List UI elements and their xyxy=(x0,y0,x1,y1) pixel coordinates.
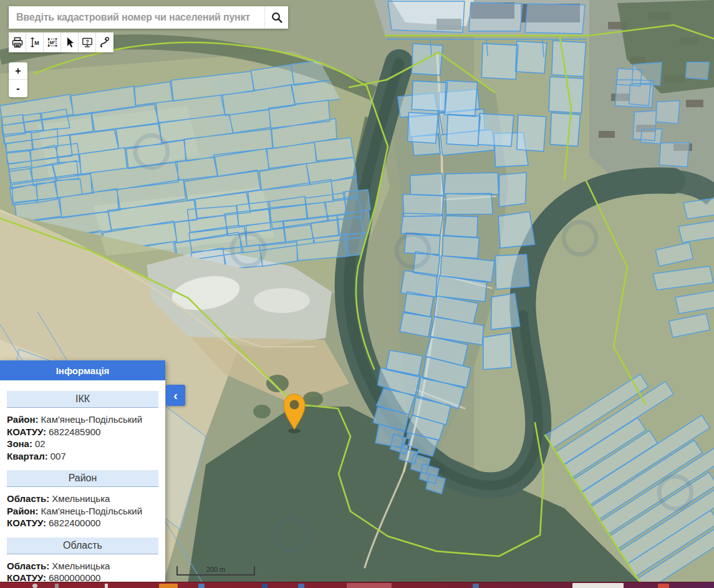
field-row: Район:Кам'янець-Подільський xyxy=(7,413,158,426)
taskbar-app-icon[interactable] xyxy=(105,584,108,588)
field-value: Кам'янець-Подільський xyxy=(41,414,143,425)
taskbar-app-icon[interactable] xyxy=(572,583,624,588)
field-row: Область:Хмельницька xyxy=(7,560,158,572)
field-value: 6800000000 xyxy=(49,572,100,582)
field-label: Область: xyxy=(7,493,49,504)
print-button[interactable] xyxy=(9,32,26,52)
field-row: КОАТУУ:6822485900 xyxy=(7,426,158,438)
taskbar-app-icon[interactable] xyxy=(658,584,669,588)
taskbar-app-icon[interactable] xyxy=(473,584,479,588)
route-icon xyxy=(99,36,111,49)
field-value: 02 xyxy=(35,438,46,449)
field-label: Область: xyxy=(7,561,49,571)
measure-length-button[interactable]: M xyxy=(26,32,44,52)
measure-area-icon: M² xyxy=(46,36,59,49)
info-panel-title: Інформація xyxy=(0,360,165,380)
field-value: Хмельницька xyxy=(52,493,110,504)
section-fields-ikk: Район:Кам'янець-Подільський КОАТУУ:68224… xyxy=(0,408,165,470)
section-fields-raion: Область:Хмельницька Район:Кам'янець-Поді… xyxy=(0,487,165,537)
svg-text:?: ? xyxy=(85,39,89,45)
help-icon: ? xyxy=(81,36,94,49)
section-header-oblast: Область xyxy=(7,537,158,554)
field-row: Зона:02 xyxy=(7,438,158,450)
zoom-in-button[interactable]: + xyxy=(9,62,27,80)
field-label: Квартал: xyxy=(7,451,48,461)
taskbar-app-icon[interactable] xyxy=(262,584,268,588)
printer-icon xyxy=(11,36,24,49)
field-value: 007 xyxy=(51,451,66,461)
search-button[interactable] xyxy=(264,6,288,29)
field-row: КОАТУУ:6822400000 xyxy=(7,517,158,529)
scale-bar: 200 m xyxy=(176,566,255,576)
field-label: Зона: xyxy=(7,438,32,449)
cursor-tool-button[interactable] xyxy=(61,32,79,52)
search-icon xyxy=(271,11,283,24)
field-row: Область:Хмельницька xyxy=(7,493,158,505)
measure-area-button[interactable]: M² xyxy=(44,32,61,52)
taskbar-app-icon[interactable] xyxy=(55,584,59,588)
field-row: Район:Кам'янець-Подільський xyxy=(7,505,158,518)
section-header-raion: Район xyxy=(7,470,158,487)
field-value: Хмельницька xyxy=(52,561,110,571)
section-header-ikk: ІКК xyxy=(7,391,158,408)
chevron-left-icon: ‹ xyxy=(173,388,178,402)
search-bar xyxy=(9,6,288,29)
scale-label: 200 m xyxy=(206,566,226,573)
taskbar-app-icon[interactable] xyxy=(198,584,205,588)
taskbar-app-icon[interactable] xyxy=(159,584,178,588)
field-label: Район: xyxy=(7,414,39,425)
taskbar-app-icon[interactable] xyxy=(32,584,37,588)
route-button[interactable] xyxy=(96,32,113,52)
map-toolbar: M M² ? xyxy=(9,32,113,52)
info-panel: Інформація ІКК Район:Кам'янець-Подільськ… xyxy=(0,360,165,582)
svg-text:M²: M² xyxy=(49,40,55,46)
cadastral-map-app: M M² ? + - Інформація ІК xyxy=(0,0,714,588)
taskbar-app-icon[interactable] xyxy=(298,584,304,588)
taskbar[interactable] xyxy=(0,582,714,588)
search-input[interactable] xyxy=(9,6,264,29)
help-button[interactable]: ? xyxy=(79,32,96,52)
field-label: КОАТУУ: xyxy=(7,427,46,437)
field-row: КОАТУУ:6800000000 xyxy=(7,572,158,582)
field-label: КОАТУУ: xyxy=(7,572,46,582)
svg-text:M: M xyxy=(34,40,39,46)
zoom-out-button[interactable]: - xyxy=(9,80,27,97)
cursor-icon xyxy=(64,36,76,49)
zoom-control: + - xyxy=(9,62,27,97)
field-value: 6822400000 xyxy=(49,518,100,528)
section-fields-oblast: Область:Хмельницька КОАТУУ:6800000000 xyxy=(0,554,165,582)
collapse-panel-button[interactable]: ‹ xyxy=(166,385,185,406)
field-label: Район: xyxy=(7,506,39,516)
field-value: 6822485900 xyxy=(49,427,100,437)
field-value: Кам'янець-Подільський xyxy=(41,506,143,516)
taskbar-app-icon[interactable] xyxy=(347,583,392,588)
measure-length-icon: M xyxy=(29,36,41,49)
field-row: Квартал:007 xyxy=(7,450,158,463)
info-panel-body: ІКК Район:Кам'янець-Подільський КОАТУУ:6… xyxy=(0,380,165,582)
field-label: КОАТУУ: xyxy=(7,518,46,528)
